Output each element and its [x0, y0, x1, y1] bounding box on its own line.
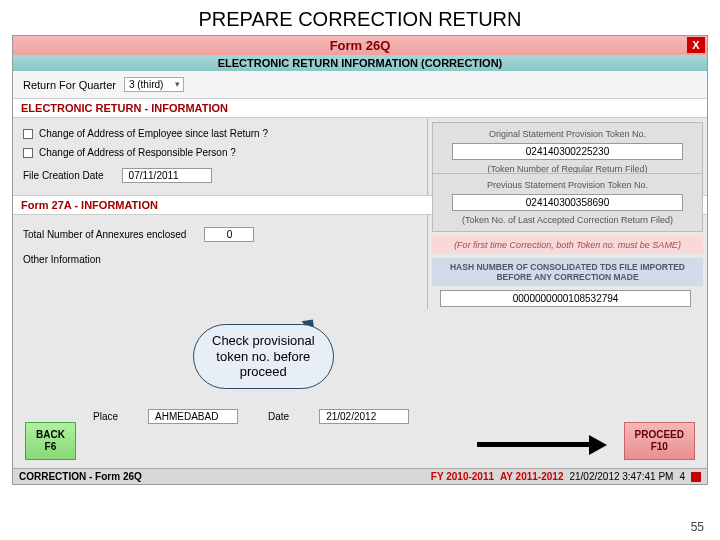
chk-responsible-row: Change of Address of Responsible Person … — [23, 143, 417, 162]
callout-bubble: Check provisional token no. before proce… — [193, 324, 334, 389]
chk-employee-row: Change of Address of Employee since last… — [23, 124, 417, 143]
f27a-right: Previous Statement Provision Token No. 0… — [427, 215, 707, 309]
chk-responsible[interactable] — [23, 148, 33, 158]
prev-token-note: (Token No. of Last Accepted Correction R… — [439, 213, 696, 227]
status-indicator-icon — [691, 472, 701, 482]
quarter-row: Return For Quarter 3 (third) — [13, 71, 707, 98]
hash-input[interactable]: 0000000000108532794 — [440, 290, 691, 307]
back-button-l2: F6 — [36, 441, 65, 453]
status-bar: CORRECTION - Form 26Q FY 2010-2011 AY 20… — [13, 468, 707, 484]
callout-line2: token no. before — [212, 349, 315, 365]
file-date-row: File Creation Date 07/11/2011 — [23, 162, 417, 189]
back-button-l1: BACK — [36, 429, 65, 441]
callout-line3: proceed — [212, 364, 315, 380]
status-left: CORRECTION - Form 26Q — [19, 471, 142, 482]
chk-responsible-label: Change of Address of Responsible Person … — [39, 147, 236, 158]
proceed-button-l2: F10 — [635, 441, 684, 453]
arrow-head-icon — [589, 435, 607, 455]
status-ay: AY 2011-2012 — [500, 471, 563, 482]
quarter-label: Return For Quarter — [23, 79, 116, 91]
eri-left: Change of Address of Employee since last… — [13, 118, 427, 195]
other-info-row: Other Information — [23, 248, 417, 271]
hash-label: HASH NUMBER OF CONSOLIDATED TDS FILE IMP… — [432, 258, 703, 286]
first-time-note: (For first time Correction, both Token n… — [432, 236, 703, 254]
status-right: FY 2010-2011 AY 2011-2012 21/02/2012 3:4… — [431, 471, 701, 482]
place-label: Place — [93, 411, 118, 422]
status-fy: FY 2010-2011 — [431, 471, 494, 482]
slide-page-number: 55 — [691, 520, 704, 534]
orig-token-label: Original Statement Provision Token No. — [439, 127, 696, 141]
callout-line1: Check provisional — [212, 333, 315, 349]
annex-row: Total Number of Annexures enclosed 0 — [23, 221, 417, 248]
annex-label: Total Number of Annexures enclosed — [23, 229, 186, 240]
arrow-line — [477, 442, 591, 447]
prev-token-box: Previous Statement Provision Token No. 0… — [432, 173, 703, 232]
chk-employee[interactable] — [23, 129, 33, 139]
form-header: Form 26Q X — [13, 36, 707, 55]
orig-token-input[interactable]: 024140300225230 — [452, 143, 683, 160]
section-electronic-return: ELECTRONIC RETURN - INFORMATION — [13, 98, 707, 118]
f27a-left: Total Number of Annexures enclosed 0 Oth… — [13, 215, 427, 277]
prev-token-input[interactable]: 024140300358690 — [452, 194, 683, 211]
form-title: Form 26Q — [330, 38, 391, 53]
chk-employee-label: Change of Address of Employee since last… — [39, 128, 268, 139]
prev-token-label: Previous Statement Provision Token No. — [439, 178, 696, 192]
file-date-input[interactable]: 07/11/2011 — [122, 168, 212, 183]
arrow-annotation — [477, 438, 607, 450]
close-button[interactable]: X — [687, 37, 705, 53]
file-date-label: File Creation Date — [23, 170, 104, 181]
status-num: 4 — [679, 471, 685, 482]
proceed-button[interactable]: PROCEED F10 — [624, 422, 695, 460]
quarter-dropdown[interactable]: 3 (third) — [124, 77, 184, 92]
annex-input[interactable]: 0 — [204, 227, 254, 242]
back-button[interactable]: BACK F6 — [25, 422, 76, 460]
proceed-button-l1: PROCEED — [635, 429, 684, 441]
slide-title: PREPARE CORRECTION RETURN — [0, 0, 720, 35]
app-window: Form 26Q X ELECTRONIC RETURN INFORMATION… — [12, 35, 708, 485]
date-label: Date — [268, 411, 289, 422]
f27a-panel: Total Number of Annexures enclosed 0 Oth… — [13, 215, 707, 309]
status-timestamp: 21/02/2012 3:47:41 PM — [569, 471, 673, 482]
other-info-label: Other Information — [23, 254, 101, 265]
form-subheader: ELECTRONIC RETURN INFORMATION (CORRECTIO… — [13, 55, 707, 71]
